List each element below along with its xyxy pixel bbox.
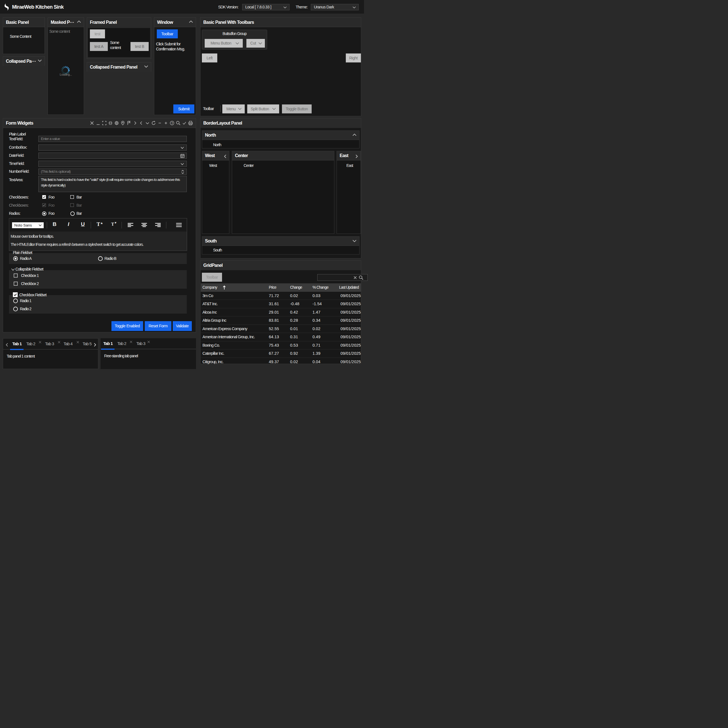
svg-text:?: ?: [171, 121, 173, 125]
